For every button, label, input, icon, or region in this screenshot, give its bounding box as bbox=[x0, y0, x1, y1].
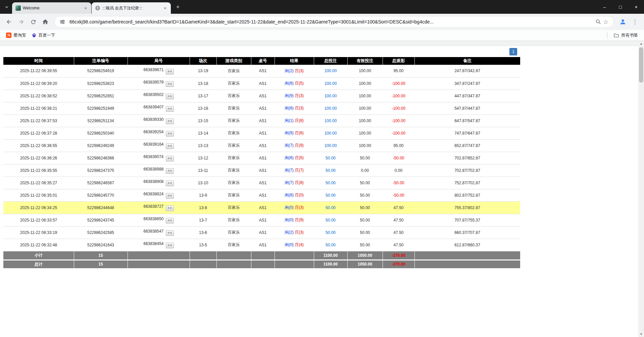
result-player: 闲(2) bbox=[285, 230, 294, 235]
bookmarks-bar: 淘 爱淘宝 百度一下 所有书签 bbox=[0, 30, 644, 41]
bookmark-taobao[interactable]: 淘 爱淘宝 bbox=[3, 31, 29, 40]
cell-time: 2025-11-22 06:36:26 bbox=[3, 152, 74, 164]
cell-valid-bet: 50.00 bbox=[347, 239, 383, 251]
result-player: 闲(7) bbox=[285, 143, 294, 148]
cell-round: 663839407 bbox=[128, 102, 190, 114]
replay-icon[interactable] bbox=[166, 168, 174, 174]
cell-game: 百家乐 bbox=[216, 164, 251, 177]
minimize-button[interactable]: – bbox=[597, 0, 612, 14]
cell-note: 707.87/755.37 bbox=[414, 214, 520, 226]
round-id: 663839074 bbox=[143, 154, 163, 159]
cell-table: AS1 bbox=[251, 239, 275, 251]
table-row: 2025-11-22 06:37:28522986250340663839254… bbox=[3, 127, 520, 139]
cell-note: 247.87/342.87 bbox=[414, 65, 520, 77]
replay-icon[interactable] bbox=[166, 69, 174, 75]
column-header: 有效投注 bbox=[347, 57, 383, 65]
close-window-button[interactable]: × bbox=[628, 0, 644, 14]
table-row: 2025-11-22 06:39:20522986253823663839579… bbox=[3, 77, 520, 90]
scroll-down-icon[interactable]: ▼ bbox=[638, 331, 644, 337]
replay-icon[interactable] bbox=[166, 205, 174, 211]
url-text[interactable]: 66cxkj98.com/game/betrecord_search/kind3… bbox=[69, 19, 591, 25]
reload-button[interactable] bbox=[28, 16, 39, 28]
cell-round: 663838650 bbox=[128, 214, 190, 226]
replay-icon[interactable] bbox=[166, 118, 174, 124]
home-button[interactable] bbox=[40, 16, 51, 28]
replay-icon[interactable] bbox=[166, 81, 174, 87]
back-button[interactable] bbox=[3, 16, 15, 28]
result-banker: 庄(9) bbox=[295, 143, 304, 148]
cell-table: AS1 bbox=[251, 102, 275, 114]
round-id: 663839502 bbox=[143, 92, 163, 97]
replay-icon[interactable] bbox=[166, 193, 174, 199]
cell-payout: -100.00 bbox=[383, 77, 414, 90]
round-id: 663839579 bbox=[143, 80, 163, 85]
replay-icon[interactable] bbox=[166, 181, 174, 186]
all-bookmarks-button[interactable]: 所有书签 bbox=[611, 31, 641, 40]
cell-valid-bet: 0.00 bbox=[347, 164, 383, 177]
replay-icon[interactable] bbox=[166, 230, 174, 236]
summary-cell: 15 bbox=[74, 251, 128, 260]
scrollbar-thumb[interactable] bbox=[639, 47, 643, 83]
replay-icon[interactable] bbox=[166, 143, 174, 149]
tab-search-chevron-icon[interactable] bbox=[2, 2, 11, 12]
cell-total-bet: 100.00 bbox=[314, 127, 347, 139]
cell-round: 663839579 bbox=[128, 77, 190, 90]
result-banker: 庄(5) bbox=[295, 155, 304, 160]
cell-round: 663838547 bbox=[128, 226, 190, 239]
replay-icon[interactable] bbox=[166, 131, 174, 137]
cell-game: 百家乐 bbox=[216, 102, 251, 114]
round-id: 663838988 bbox=[143, 167, 163, 172]
replay-icon[interactable] bbox=[166, 218, 174, 224]
tab-title: Welcome bbox=[23, 6, 81, 10]
cell-result: 闲(0) 庄(4) bbox=[275, 239, 314, 251]
summary-cell: 1050.00 bbox=[347, 260, 383, 269]
result-banker: 庄(3) bbox=[295, 205, 304, 210]
result-player: 闲(0) bbox=[285, 205, 294, 210]
cell-note: 447.87/347.87 bbox=[414, 90, 520, 102]
zoom-icon[interactable] bbox=[595, 18, 602, 26]
cell-table: AS1 bbox=[251, 65, 275, 77]
round-id: 663838650 bbox=[143, 216, 163, 221]
cell-total-bet: 100.00 bbox=[314, 139, 347, 152]
cell-result: 闲(6) 庄(5) bbox=[275, 152, 314, 164]
cell-bet-id: 522986250340 bbox=[74, 127, 128, 139]
replay-icon[interactable] bbox=[166, 94, 174, 99]
cell-game: 百家乐 bbox=[216, 177, 251, 189]
table-row: 2025-11-22 06:39:55522986254919663839671… bbox=[3, 65, 520, 77]
vertical-scrollbar[interactable]: ▲ ▼ bbox=[638, 41, 644, 337]
welcome-favicon bbox=[15, 5, 21, 11]
table-row: 2025-11-22 06:38:52522986252851663839502… bbox=[3, 90, 520, 102]
cell-valid-bet: 100.00 bbox=[347, 65, 383, 77]
summary-label: 总计 bbox=[3, 260, 74, 269]
cell-table: AS1 bbox=[251, 177, 275, 189]
cell-table: AS1 bbox=[251, 214, 275, 226]
close-tab-icon[interactable]: × bbox=[162, 5, 168, 11]
column-header: 局号 bbox=[128, 57, 190, 65]
replay-icon[interactable] bbox=[166, 156, 174, 161]
replay-icon[interactable] bbox=[166, 243, 174, 248]
cell-valid-bet: 100.00 bbox=[347, 139, 383, 152]
cell-total-bet: 50.00 bbox=[314, 239, 347, 251]
cell-result: 闲(1) 庄(8) bbox=[275, 114, 314, 127]
site-settings-icon[interactable] bbox=[59, 18, 66, 26]
bookmark-star-icon[interactable]: ☆ bbox=[602, 18, 609, 26]
maximize-button[interactable]: □ bbox=[612, 0, 628, 14]
browser-menu-icon[interactable]: ⋮ bbox=[629, 16, 641, 28]
tab-bet-record[interactable]: :::视讯 会员下注纪录::: × bbox=[92, 2, 171, 14]
column-header: 场次 bbox=[190, 57, 216, 65]
round-id: 663839164 bbox=[143, 142, 163, 147]
cell-game: 百家乐 bbox=[216, 201, 251, 214]
page-number-button[interactable]: 1 bbox=[509, 48, 517, 55]
cell-round: 663838908 bbox=[128, 177, 190, 189]
tab-welcome[interactable]: Welcome × bbox=[12, 2, 91, 14]
close-tab-icon[interactable]: × bbox=[83, 5, 89, 11]
column-header: 备注 bbox=[414, 57, 520, 65]
address-bar[interactable]: 66cxkj98.com/game/betrecord_search/kind3… bbox=[54, 16, 614, 28]
profile-avatar-icon[interactable] bbox=[617, 16, 629, 28]
scroll-up-icon[interactable]: ▲ bbox=[638, 41, 644, 47]
forward-button[interactable] bbox=[15, 16, 27, 28]
new-tab-button[interactable]: + bbox=[173, 2, 183, 12]
cell-result: 闲(0) 庄(9) bbox=[275, 214, 314, 226]
bookmark-baidu[interactable]: 百度一下 bbox=[29, 31, 58, 40]
replay-icon[interactable] bbox=[166, 106, 174, 112]
